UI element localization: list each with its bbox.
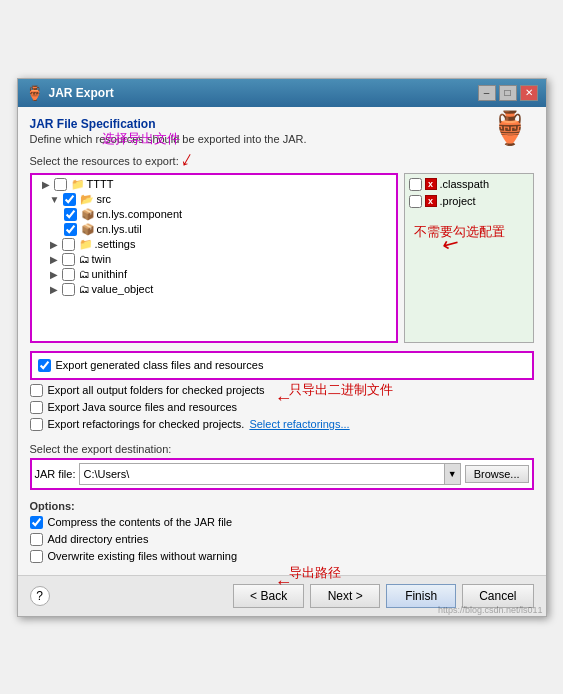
title-bar: 🏺 JAR Export – □ ✕ xyxy=(18,79,546,107)
section-desc: Define which resources should be exporte… xyxy=(30,133,534,145)
window-controls: – □ ✕ xyxy=(478,85,538,101)
tree-panel[interactable]: ▶ 📁 TTTT ▼ 📂 src xyxy=(30,173,398,343)
tree-checkbox-comp[interactable] xyxy=(64,208,77,221)
export-source-checkbox[interactable] xyxy=(30,401,43,414)
title-bar-text: JAR Export xyxy=(49,86,114,100)
help-button[interactable]: ? xyxy=(30,586,50,606)
tree-checkbox-twin[interactable] xyxy=(62,253,75,266)
jar-file-row: JAR file: ▼ Browse... xyxy=(30,458,534,490)
tree-checkbox-value[interactable] xyxy=(62,283,75,296)
export-folders-checkbox[interactable] xyxy=(30,384,43,397)
watermark: https://blog.csdn.net/ls011 xyxy=(438,605,543,615)
overwrite-label: Overwrite existing files without warning xyxy=(48,550,238,562)
tree-item: 📦 cn.lys.util xyxy=(34,222,394,237)
tree-item: ▶ 📁 TTTT xyxy=(34,177,394,192)
tree-item: ▶ 🗂 value_object xyxy=(34,282,394,297)
back-button[interactable]: < Back xyxy=(233,584,304,608)
checkbox-options: Export generated class files and resourc… xyxy=(30,349,534,433)
export-source-label: Export Java source files and resources xyxy=(48,401,238,413)
option-directory: Add directory entries xyxy=(30,531,534,548)
select-refactorings-link[interactable]: Select refactorings... xyxy=(249,418,349,430)
tree-checkbox-settings[interactable] xyxy=(62,238,75,251)
export-class-checkbox[interactable] xyxy=(38,359,51,372)
tree-checkbox-src[interactable] xyxy=(63,193,76,206)
dialog-icon: 🏺 xyxy=(26,85,43,101)
jar-dropdown-arrow[interactable]: ▼ xyxy=(444,464,460,484)
option-overwrite: Overwrite existing files without warning xyxy=(30,548,534,565)
checkbox-row-1: Export generated class files and resourc… xyxy=(38,357,526,374)
tree-item: ▶ 🗂 unithinf xyxy=(34,267,394,282)
close-button[interactable]: ✕ xyxy=(520,85,538,101)
tree-item: ▼ 📂 src xyxy=(34,192,394,207)
resources-area: ▶ 📁 TTTT ▼ 📂 src xyxy=(30,173,534,343)
options-section: Options: Compress the contents of the JA… xyxy=(30,500,534,565)
tree-item: 📦 cn.lys.component xyxy=(34,207,394,222)
jar-file-input[interactable] xyxy=(80,467,443,481)
checkbox-row-3: Export Java source files and resources xyxy=(30,399,534,416)
tree-checkbox-unithinf[interactable] xyxy=(62,268,75,281)
jar-export-dialog: 🏺 JAR Export – □ ✕ JAR File Specificatio… xyxy=(17,78,547,617)
project-checkbox[interactable] xyxy=(409,195,422,208)
compress-checkbox[interactable] xyxy=(30,516,43,529)
next-button[interactable]: Next > xyxy=(310,584,380,608)
highlighted-option: Export generated class files and resourc… xyxy=(30,351,534,380)
right-item-project: x .project xyxy=(409,195,529,208)
option-compress: Compress the contents of the JAR file xyxy=(30,514,534,531)
maximize-button[interactable]: □ xyxy=(499,85,517,101)
compress-label: Compress the contents of the JAR file xyxy=(48,516,233,528)
directory-label: Add directory entries xyxy=(48,533,149,545)
jar-file-label: JAR file: xyxy=(35,468,76,480)
right-panel: x .classpath x .project xyxy=(404,173,534,343)
directory-checkbox[interactable] xyxy=(30,533,43,546)
browse-button[interactable]: Browse... xyxy=(465,465,529,483)
overwrite-checkbox[interactable] xyxy=(30,550,43,563)
tree-checkbox-util[interactable] xyxy=(64,223,77,236)
jar-icon: 🏺 xyxy=(490,109,530,147)
tree-item: ▶ 🗂 twin xyxy=(34,252,394,267)
tree-item: ▶ 📁 .settings xyxy=(34,237,394,252)
export-destination: Select the export destination: JAR file:… xyxy=(30,443,534,490)
export-dest-label: Select the export destination: xyxy=(30,443,534,455)
section-title: JAR File Specification xyxy=(30,117,534,131)
jar-input-wrap: ▼ xyxy=(79,463,460,485)
checkbox-row-4: Export refactorings for checked projects… xyxy=(30,416,534,433)
export-refactor-checkbox[interactable] xyxy=(30,418,43,431)
export-class-label: Export generated class files and resourc… xyxy=(56,359,264,371)
minimize-button[interactable]: – xyxy=(478,85,496,101)
export-refactor-label: Export refactorings for checked projects… xyxy=(48,418,245,430)
resources-label: Select the resources to export: xyxy=(30,155,534,167)
classpath-checkbox[interactable] xyxy=(409,178,422,191)
export-folders-label: Export all output folders for checked pr… xyxy=(48,384,265,396)
options-label: Options: xyxy=(30,500,534,512)
right-item-classpath: x .classpath xyxy=(409,178,529,191)
dialog-body: JAR File Specification Define which reso… xyxy=(18,107,546,575)
tree-checkbox-tttt[interactable] xyxy=(54,178,67,191)
checkbox-row-2: Export all output folders for checked pr… xyxy=(30,382,534,399)
